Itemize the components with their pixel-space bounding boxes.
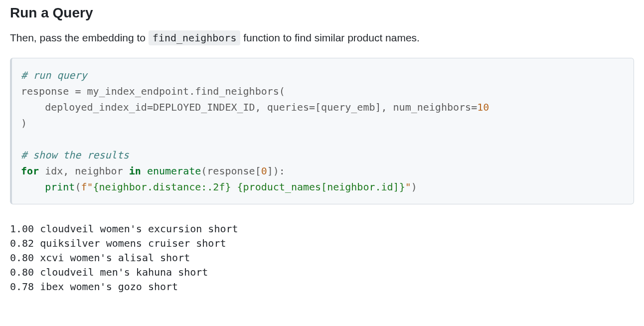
code-token: = [75, 85, 81, 97]
intro-text-after: function to find similar product names. [240, 32, 420, 43]
code-pre: # run query response = my_index_endpoint… [21, 67, 625, 195]
code-keyword-in: in [129, 165, 141, 177]
code-token: ]): [267, 165, 285, 177]
code-token: " [405, 181, 411, 193]
code-token: [query_emb], num_neighbors [315, 101, 471, 113]
output-line: 0.82 quiksilver womens cruiser short [10, 237, 226, 249]
intro-paragraph: Then, pass the embedding to find_neighbo… [10, 32, 634, 44]
code-token: ( [75, 181, 81, 193]
output-line: 1.00 cloudveil women's excursion short [10, 223, 238, 235]
code-token: response [21, 85, 75, 97]
code-token [231, 181, 237, 193]
output-block: 1.00 cloudveil women's excursion short 0… [10, 207, 634, 294]
output-line: 0.80 cloudveil men's kahuna short [10, 266, 208, 278]
output-line: 0.80 xcvi women's alisal short [10, 252, 190, 264]
code-token: = [471, 101, 477, 113]
code-token: {neighbor.distance:.2f} [93, 181, 231, 193]
code-token: {product_names[neighbor.id]} [237, 181, 405, 193]
code-token: my_index_endpoint [81, 85, 189, 97]
code-token: deployed_index_id [21, 101, 147, 113]
section-heading: Run a Query [10, 5, 634, 21]
code-token: f" [81, 181, 93, 193]
code-builtin-enumerate: enumerate [147, 165, 201, 177]
code-token: 0 [261, 165, 267, 177]
code-token: DEPLOYED_INDEX_ID, queries [153, 101, 309, 113]
code-token: 10 [477, 101, 489, 113]
output-line: 0.78 ibex women's gozo short [10, 281, 178, 293]
code-token: idx, neighbor [39, 165, 129, 177]
inline-code-find-neighbors: find_neighbors [149, 30, 241, 45]
code-builtin-print: print [45, 181, 75, 193]
code-token: find_neighbors [195, 85, 279, 97]
code-token [141, 165, 147, 177]
code-token: ) [21, 117, 27, 129]
code-token: = [309, 101, 315, 113]
code-token [21, 181, 45, 193]
code-comment-1: # run query [21, 69, 87, 81]
code-token: (response[ [201, 165, 261, 177]
code-block: # run query response = my_index_endpoint… [10, 58, 634, 204]
code-token: ) [411, 181, 417, 193]
code-token: = [147, 101, 153, 113]
code-comment-2: # show the results [21, 149, 129, 161]
code-keyword-for: for [21, 165, 39, 177]
code-token: ( [279, 85, 285, 97]
intro-text-before: Then, pass the embedding to [10, 32, 149, 43]
code-token: . [189, 85, 195, 97]
